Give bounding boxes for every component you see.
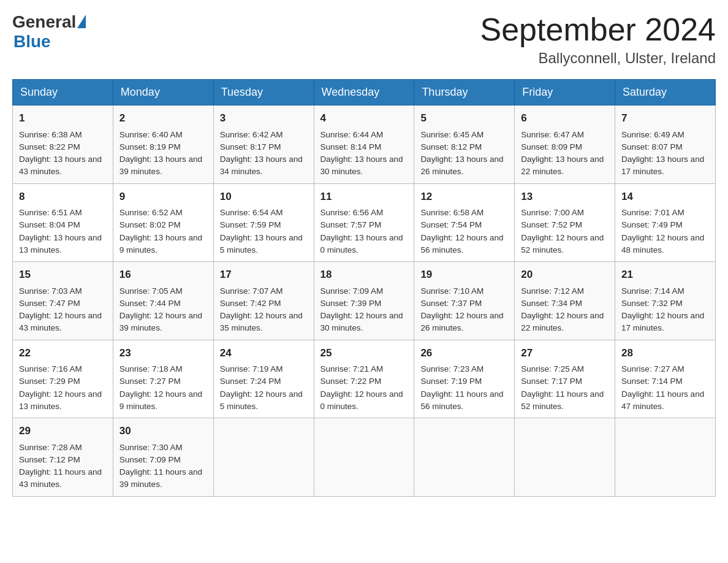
calendar-cell: 14Sunrise: 7:01 AMSunset: 7:49 PMDayligh… [615, 183, 716, 262]
calendar-cell: 6Sunrise: 6:47 AMSunset: 8:09 PMDaylight… [515, 105, 615, 184]
weekday-header-row: SundayMondayTuesdayWednesdayThursdayFrid… [13, 80, 716, 105]
day-number: 11 [320, 189, 408, 205]
calendar-cell: 4Sunrise: 6:44 AMSunset: 8:14 PMDaylight… [314, 105, 414, 184]
calendar-week-row: 22Sunrise: 7:16 AMSunset: 7:29 PMDayligh… [13, 340, 716, 418]
sunrise-text: Sunrise: 7:03 AM [19, 286, 82, 296]
sunset-text: Sunset: 7:12 PM [19, 455, 80, 464]
weekday-header-monday: Monday [113, 80, 213, 105]
day-number: 5 [420, 110, 508, 126]
calendar-cell: 5Sunrise: 6:45 AMSunset: 8:12 PMDaylight… [414, 105, 515, 184]
sunset-text: Sunset: 7:17 PM [521, 377, 582, 386]
daylight-text: Daylight: 12 hours and 39 minutes. [119, 311, 202, 332]
calendar-cell: 1Sunrise: 6:38 AMSunset: 8:22 PMDaylight… [13, 105, 113, 184]
weekday-header-tuesday: Tuesday [213, 80, 314, 105]
sunset-text: Sunset: 7:47 PM [19, 299, 80, 308]
day-number: 24 [220, 345, 308, 361]
sunset-text: Sunset: 7:49 PM [621, 220, 683, 229]
daylight-text: Daylight: 12 hours and 17 minutes. [621, 311, 704, 332]
location-subtitle: Ballyconnell, Ulster, Ireland [480, 50, 716, 67]
daylight-text: Daylight: 13 hours and 13 minutes. [19, 233, 102, 255]
sunrise-text: Sunrise: 7:19 AM [220, 364, 283, 373]
sunset-text: Sunset: 7:32 PM [621, 299, 683, 308]
day-number: 26 [420, 345, 508, 361]
day-number: 17 [220, 267, 308, 283]
sunset-text: Sunset: 8:02 PM [119, 220, 181, 229]
daylight-text: Daylight: 12 hours and 48 minutes. [621, 233, 704, 255]
sunrise-text: Sunrise: 7:25 AM [521, 364, 584, 373]
sunset-text: Sunset: 7:44 PM [119, 299, 181, 308]
page-header: General Blue September 2024 Ballyconnell… [12, 12, 716, 67]
day-number: 14 [621, 189, 709, 205]
day-number: 30 [119, 423, 207, 439]
sunset-text: Sunset: 7:42 PM [220, 299, 281, 308]
sunrise-text: Sunrise: 7:21 AM [320, 364, 384, 373]
daylight-text: Daylight: 12 hours and 0 minutes. [320, 389, 403, 411]
daylight-text: Daylight: 12 hours and 13 minutes. [19, 389, 102, 411]
calendar-cell: 19Sunrise: 7:10 AMSunset: 7:37 PMDayligh… [414, 262, 515, 340]
calendar-cell: 27Sunrise: 7:25 AMSunset: 7:17 PMDayligh… [515, 340, 615, 418]
daylight-text: Daylight: 13 hours and 5 minutes. [220, 233, 303, 255]
sunset-text: Sunset: 8:22 PM [19, 142, 80, 151]
day-number: 15 [19, 267, 107, 283]
daylight-text: Daylight: 11 hours and 52 minutes. [521, 389, 604, 411]
sunrise-text: Sunrise: 7:12 AM [521, 286, 584, 296]
weekday-header-thursday: Thursday [414, 80, 515, 105]
day-number: 10 [220, 189, 308, 205]
day-number: 20 [521, 267, 609, 283]
calendar-cell: 20Sunrise: 7:12 AMSunset: 7:34 PMDayligh… [515, 262, 615, 340]
calendar-cell: 26Sunrise: 7:23 AMSunset: 7:19 PMDayligh… [414, 340, 515, 418]
sunset-text: Sunset: 7:57 PM [320, 220, 382, 229]
day-number: 1 [19, 110, 107, 126]
day-number: 29 [19, 423, 107, 439]
daylight-text: Daylight: 12 hours and 52 minutes. [521, 233, 604, 255]
sunset-text: Sunset: 8:07 PM [621, 142, 683, 151]
sunset-text: Sunset: 8:17 PM [220, 142, 281, 151]
daylight-text: Daylight: 12 hours and 5 minutes. [220, 389, 303, 411]
daylight-text: Daylight: 13 hours and 30 minutes. [320, 155, 403, 176]
calendar-cell: 9Sunrise: 6:52 AMSunset: 8:02 PMDaylight… [113, 183, 213, 262]
sunset-text: Sunset: 7:39 PM [320, 299, 382, 308]
day-number: 28 [621, 345, 709, 361]
day-number: 4 [320, 110, 408, 126]
sunset-text: Sunset: 8:04 PM [19, 220, 80, 229]
sunrise-text: Sunrise: 7:16 AM [19, 364, 82, 373]
sunrise-text: Sunrise: 7:23 AM [420, 364, 483, 373]
day-number: 16 [119, 267, 207, 283]
sunrise-text: Sunrise: 6:54 AM [220, 208, 283, 217]
day-number: 18 [320, 267, 408, 283]
calendar-week-row: 1Sunrise: 6:38 AMSunset: 8:22 PMDaylight… [13, 105, 716, 184]
sunset-text: Sunset: 7:59 PM [220, 220, 281, 229]
sunrise-text: Sunrise: 7:10 AM [420, 286, 483, 296]
calendar-cell: 29Sunrise: 7:28 AMSunset: 7:12 PMDayligh… [13, 418, 113, 497]
weekday-header-saturday: Saturday [615, 80, 716, 105]
daylight-text: Daylight: 13 hours and 26 minutes. [420, 155, 503, 176]
calendar-cell: 10Sunrise: 6:54 AMSunset: 7:59 PMDayligh… [213, 183, 314, 262]
weekday-header-friday: Friday [515, 80, 615, 105]
logo-blue-text: Blue [13, 32, 51, 52]
sunrise-text: Sunrise: 6:51 AM [19, 208, 82, 217]
calendar-cell: 28Sunrise: 7:27 AMSunset: 7:14 PMDayligh… [615, 340, 716, 418]
sunrise-text: Sunrise: 7:09 AM [320, 286, 384, 296]
day-number: 13 [521, 189, 609, 205]
daylight-text: Daylight: 13 hours and 17 minutes. [621, 155, 704, 176]
sunset-text: Sunset: 8:09 PM [521, 142, 582, 151]
day-number: 6 [521, 110, 609, 126]
weekday-header-sunday: Sunday [13, 80, 113, 105]
calendar-cell: 7Sunrise: 6:49 AMSunset: 8:07 PMDaylight… [615, 105, 716, 184]
daylight-text: Daylight: 13 hours and 39 minutes. [119, 155, 202, 176]
daylight-text: Daylight: 11 hours and 39 minutes. [119, 467, 202, 489]
calendar-week-row: 29Sunrise: 7:28 AMSunset: 7:12 PMDayligh… [13, 418, 716, 497]
calendar-cell: 15Sunrise: 7:03 AMSunset: 7:47 PMDayligh… [13, 262, 113, 340]
daylight-text: Daylight: 12 hours and 22 minutes. [521, 311, 604, 332]
day-number: 25 [320, 345, 408, 361]
day-number: 12 [420, 189, 508, 205]
day-number: 3 [220, 110, 308, 126]
daylight-text: Daylight: 12 hours and 43 minutes. [19, 311, 102, 332]
calendar-cell: 17Sunrise: 7:07 AMSunset: 7:42 PMDayligh… [213, 262, 314, 340]
sunrise-text: Sunrise: 7:00 AM [521, 208, 584, 217]
sunrise-text: Sunrise: 6:49 AM [621, 130, 684, 139]
sunrise-text: Sunrise: 6:42 AM [220, 130, 283, 139]
day-number: 9 [119, 189, 207, 205]
calendar-cell: 8Sunrise: 6:51 AMSunset: 8:04 PMDaylight… [13, 183, 113, 262]
logo: General Blue [12, 12, 86, 52]
